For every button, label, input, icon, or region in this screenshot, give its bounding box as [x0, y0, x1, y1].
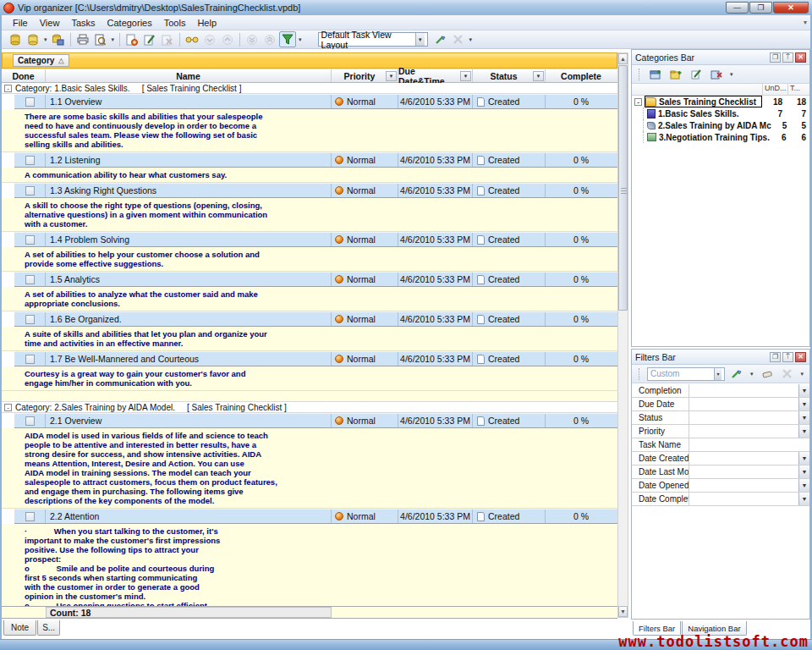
category-group-row[interactable]: -Category: 1.Basic Sales Skills.[ Sales … [2, 83, 617, 94]
delete-filter-button[interactable] [779, 366, 796, 382]
scrollbar-thumb[interactable] [618, 65, 628, 311]
title-bar[interactable]: Vip organizer [C:\Users\dmitry\Desktop\S… [0, 0, 812, 15]
column-header-complete[interactable]: Complete [546, 69, 617, 82]
task-done-checkbox[interactable] [25, 156, 35, 165]
categories-pin-button[interactable]: ⍑ [782, 52, 793, 63]
scroll-down-icon[interactable]: ▼ [618, 606, 628, 617]
new-database-button[interactable] [7, 31, 24, 47]
delete-category-button[interactable] [708, 66, 725, 82]
tree-item-body[interactable]: 2.Sales Training by AIDA Mc [647, 119, 771, 131]
priority-filter-dropdown-icon[interactable]: ▼ [386, 71, 397, 81]
due-filter-dropdown-icon[interactable]: ▼ [460, 71, 471, 81]
menu-item-categories[interactable]: Categories [102, 17, 158, 29]
task-row[interactable]: 1.2 ListeningNormal4/6/2010 5:33 PMCreat… [14, 152, 617, 168]
group-by-category-button[interactable]: Category △ [13, 54, 69, 67]
filter-value-field[interactable] [689, 493, 798, 505]
task-done-checkbox[interactable] [25, 186, 35, 196]
filter-dropdown-icon[interactable]: ▼ [798, 411, 809, 424]
categories-toolbar-overflow-icon[interactable]: ▾ [730, 71, 733, 78]
tree-header-undone[interactable]: UnD... [762, 84, 787, 95]
menubar-overflow-icon[interactable]: ▾ [804, 19, 807, 26]
column-header-name[interactable]: Name [46, 69, 332, 82]
filter-dropdown-icon[interactable]: ▼ [798, 384, 809, 397]
view-notes-button[interactable] [184, 31, 200, 47]
collapse-group-icon[interactable]: - [4, 404, 12, 411]
column-header-done[interactable]: Done [2, 69, 46, 82]
task-done-checkbox[interactable] [25, 235, 35, 245]
close-button[interactable]: ✕ [773, 2, 809, 14]
filter-value-field[interactable] [689, 384, 798, 397]
filter-dropdown-icon[interactable]: ▼ [798, 398, 809, 410]
categories-close-button[interactable]: ✕ [795, 52, 806, 63]
apply-filter-button[interactable] [728, 366, 745, 382]
minimize-button[interactable]: — [726, 2, 749, 14]
scroll-up-icon[interactable]: ▲ [618, 53, 628, 64]
categories-restore-button[interactable]: ❐ [770, 52, 781, 63]
move-bottom-button[interactable] [244, 31, 261, 47]
move-down-button[interactable] [201, 31, 218, 47]
column-header-priority[interactable]: Priority▼ [332, 69, 398, 82]
edit-category-button[interactable] [688, 66, 705, 82]
menu-item-file[interactable]: File [7, 17, 34, 29]
delete-layout-button[interactable] [450, 31, 467, 47]
task-row[interactable]: 1.3 Asking Right QuestionsNormal4/6/2010… [14, 183, 617, 198]
print-preview-button[interactable] [92, 31, 109, 47]
filters-restore-button[interactable]: ❐ [770, 352, 781, 362]
task-row[interactable]: 2.2 AttentionNormal4/6/2010 5:33 PMCreat… [14, 509, 617, 524]
task-row[interactable]: 1.7 Be Well-Mannered and CourteousNormal… [14, 351, 617, 366]
filter-dropdown-icon[interactable]: ▼ [798, 465, 809, 478]
filter-dropdown-icon[interactable]: ▾ [299, 36, 302, 43]
new-todo-list-button[interactable] [647, 66, 664, 82]
task-row[interactable]: 1.6 Be Organized.Normal4/6/2010 5:33 PMC… [14, 311, 617, 327]
tree-item-category[interactable]: 2.Sales Training by AIDA Mc55 [632, 119, 809, 131]
tree-item-body[interactable]: 1.Basic Sales Skills. [647, 107, 762, 119]
new-task-button[interactable] [123, 31, 140, 47]
tab-s[interactable]: S... [37, 620, 60, 636]
print-dropdown-icon[interactable]: ▾ [112, 36, 115, 43]
filters-close-button[interactable]: ✕ [795, 352, 806, 362]
filters-toolbar-overflow-icon[interactable]: ▾ [801, 371, 804, 377]
tree-item-body[interactable]: Sales Training Checklist [645, 96, 762, 107]
tree-item-category[interactable]: 1.Basic Sales Skills.77 [632, 107, 809, 119]
apply-layout-button[interactable] [432, 31, 449, 47]
column-header-status[interactable]: Status▼ [473, 69, 546, 82]
move-top-button[interactable] [261, 31, 278, 47]
tree-item-category[interactable]: 3.Negotiation Training Tips.66 [632, 131, 809, 143]
clear-filter-button[interactable] [759, 366, 776, 382]
layout-combo[interactable]: Default Task View Layout ▾ [318, 32, 428, 47]
filter-button[interactable] [279, 31, 296, 47]
open-database-button[interactable] [25, 31, 41, 47]
tab-note[interactable]: Note [3, 620, 36, 636]
task-done-checkbox[interactable] [25, 315, 35, 324]
filter-value-field[interactable] [689, 452, 798, 465]
collapse-group-icon[interactable]: - [4, 85, 12, 92]
maximize-button[interactable]: ❐ [749, 2, 772, 14]
print-button[interactable] [74, 31, 91, 47]
filters-pin-button[interactable]: ⍑ [782, 352, 793, 362]
filter-value-field[interactable] [689, 398, 798, 410]
task-row[interactable]: 1.4 Problem SolvingNormal4/6/2010 5:33 P… [14, 232, 617, 247]
column-header-due[interactable]: Due Date&Time▼ [398, 69, 473, 82]
task-row[interactable]: 1.5 AnalyticsNormal4/6/2010 5:33 PMCreat… [14, 272, 617, 287]
menu-item-tools[interactable]: Tools [158, 17, 192, 29]
collapse-tree-icon[interactable]: - [634, 98, 642, 106]
task-row[interactable]: 1.1 OverviewNormal4/6/2010 5:33 PMCreate… [14, 94, 617, 109]
task-done-checkbox[interactable] [25, 416, 35, 426]
category-group-row[interactable]: -Category: 2.Sales Training by AIDA Mode… [2, 402, 617, 413]
layout-combo-dropdown-icon[interactable]: ▾ [415, 33, 424, 46]
tree-item-body[interactable]: 3.Negotiation Training Tips. [647, 131, 770, 143]
filter-value-field[interactable] [689, 425, 798, 438]
save-database-button[interactable] [50, 31, 67, 47]
filter-dropdown-icon[interactable]: ▼ [798, 493, 809, 505]
filter-dropdown-icon[interactable]: ▼ [798, 479, 809, 492]
task-done-checkbox[interactable] [25, 512, 35, 521]
task-row[interactable]: 2.1 OverviewNormal4/6/2010 5:33 PMCreate… [14, 413, 617, 428]
tree-item-list[interactable]: -Sales Training Checklist1818 [632, 96, 809, 107]
filter-preset-combo[interactable]: Custom ▾ [647, 367, 725, 381]
menu-item-help[interactable]: Help [191, 17, 222, 29]
filter-value-field[interactable] [689, 438, 809, 451]
filter-dropdown-icon[interactable]: ▼ [798, 452, 809, 465]
task-done-checkbox[interactable] [25, 355, 35, 364]
layout-overflow-icon[interactable]: ▾ [469, 36, 473, 43]
menu-item-view[interactable]: View [34, 17, 66, 29]
